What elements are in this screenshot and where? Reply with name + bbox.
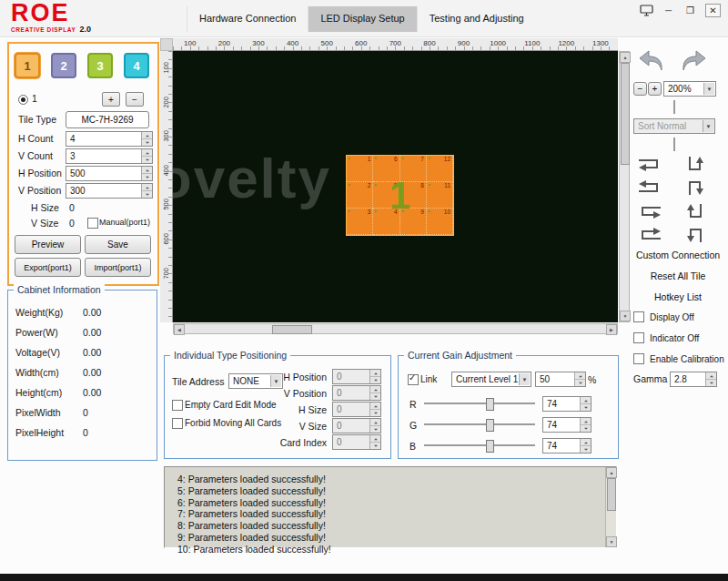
slider-thumb[interactable] <box>486 419 494 432</box>
stepper-arrows[interactable] <box>580 397 591 411</box>
connect-left-serpentine-bottom-icon[interactable] <box>633 226 666 244</box>
connect-right-serpentine-bottom-icon[interactable] <box>633 178 666 197</box>
link-checkbox[interactable] <box>408 374 419 385</box>
stepper-arrows[interactable] <box>141 132 152 146</box>
canvas-vertical-scrollbar[interactable]: ▲ ▼ <box>619 51 630 322</box>
connect-down-serpentine-icon[interactable] <box>679 155 712 173</box>
scroll-down-arrow[interactable]: ▼ <box>606 536 617 547</box>
tile-type-button[interactable]: MC-7H-9269 <box>66 111 149 128</box>
reset-all-tile-link[interactable]: Reset All Tile <box>630 270 726 281</box>
connect-down-serpentine-right-icon[interactable] <box>679 178 712 197</box>
preview-button[interactable]: Preview <box>15 235 81 254</box>
positioning-field-stepper[interactable]: 0 <box>332 418 381 433</box>
undo-arrow-icon[interactable] <box>635 47 668 75</box>
gain-slider[interactable] <box>424 398 535 409</box>
connect-right-serpentine-icon[interactable] <box>633 155 666 173</box>
save-button[interactable]: Save <box>85 235 151 254</box>
stepper-arrows[interactable] <box>369 370 380 383</box>
tile-select-button[interactable]: 2 <box>51 53 76 78</box>
stepper-arrows[interactable] <box>141 167 152 180</box>
v-count-stepper[interactable]: 3 <box>66 148 153 164</box>
tile-select-button[interactable]: 4 <box>124 53 149 78</box>
tile-select-button[interactable]: 3 <box>87 53 113 78</box>
positioning-field-stepper[interactable]: 0 <box>332 402 381 417</box>
stepper-arrows[interactable] <box>574 372 585 386</box>
stepper-arrows[interactable] <box>141 184 152 198</box>
remove-tile-button[interactable]: − <box>126 92 144 107</box>
gain-slider[interactable] <box>424 419 535 430</box>
stepper-arrows[interactable] <box>580 439 591 453</box>
h-position-stepper[interactable]: 500 <box>66 166 153 181</box>
gain-value-stepper[interactable]: 74 <box>542 417 592 433</box>
cabinet-info-row: Power(W) 0.00 <box>8 323 157 343</box>
hotkey-list-link[interactable]: Hotkey List <box>630 291 726 302</box>
redo-arrow-icon[interactable] <box>677 47 710 75</box>
gain-value-stepper[interactable]: 74 <box>542 396 592 412</box>
gamma-stepper[interactable]: 2.8 <box>670 372 717 387</box>
zoom-out-button[interactable]: − <box>633 82 647 96</box>
v-position-stepper[interactable]: 300 <box>66 183 153 199</box>
minimize-icon[interactable]: ─ <box>662 5 675 16</box>
roe-logo: ROE CREATIVE DISPLAY 2.0 <box>11 1 91 34</box>
gain-percent-field[interactable]: 50 <box>535 372 586 387</box>
maximize-icon[interactable]: ❐ <box>683 5 697 16</box>
sort-mode-dropdown[interactable]: Sort Normal <box>633 118 715 134</box>
connect-up-serpentine-right-icon[interactable] <box>679 226 712 244</box>
stepper-arrows[interactable] <box>580 418 591 432</box>
log-scroll-thumb[interactable] <box>607 478 616 511</box>
gain-slider[interactable] <box>424 440 535 451</box>
close-icon[interactable]: ✕ <box>705 4 721 17</box>
manual-port1-checkbox[interactable] <box>87 218 98 229</box>
positioning-field-stepper[interactable]: 0 <box>332 385 381 401</box>
zoom-level-dropdown[interactable]: 200% <box>663 81 716 97</box>
cabinet-info-title: Cabinet Information <box>14 284 105 295</box>
stepper-arrows[interactable] <box>705 372 716 386</box>
scroll-up-arrow[interactable]: ▲ <box>606 467 617 478</box>
canvas-horizontal-scrollbar[interactable]: ◀ ▶ <box>173 323 618 334</box>
h-count-stepper[interactable]: 4 <box>66 131 153 147</box>
nav-tab[interactable]: Testing and Adjusting <box>417 6 536 32</box>
current-level-dropdown[interactable]: Current Level 1 <box>451 372 531 387</box>
empty-card-edit-checkbox[interactable] <box>172 400 183 411</box>
positioning-title: Individual Type Positioning <box>170 350 290 361</box>
connect-left-serpentine-icon[interactable] <box>633 202 666 220</box>
vertical-scroll-thumb[interactable] <box>621 63 630 165</box>
horizontal-scroll-thumb[interactable] <box>272 325 312 334</box>
nav-tab[interactable]: LED Display Setup <box>308 6 416 32</box>
gain-title: Current Gain Adjustment <box>404 350 516 361</box>
add-tile-button[interactable]: + <box>102 92 120 107</box>
nav-tab[interactable]: Hardware Connection <box>187 6 308 32</box>
log-scrollbar[interactable]: ▲ ▼ <box>605 467 616 547</box>
stepper-arrows[interactable] <box>369 435 380 449</box>
cabinet-info-row: Weight(Kg) 0.00 <box>8 303 157 323</box>
cabinet-info-panel: Cabinet Information Weight(Kg) 0.00 Powe… <box>7 290 157 461</box>
custom-connection-link[interactable]: Custom Connection <box>630 250 726 260</box>
toolbar-checkbox[interactable] <box>633 311 644 322</box>
led-tile-1[interactable]: 167122581134910 1 <box>346 155 454 236</box>
stepper-arrows[interactable] <box>141 149 152 163</box>
port-radio[interactable] <box>18 95 28 105</box>
status-log[interactable]: 4: Parameters loaded successfully!5: Par… <box>164 466 617 548</box>
slider-thumb[interactable] <box>486 398 494 411</box>
cabinet-info-row: PixelWidth 0 <box>8 403 157 423</box>
stepper-arrows[interactable] <box>369 403 380 416</box>
scroll-left-arrow[interactable]: ◀ <box>174 324 185 335</box>
stepper-arrows[interactable] <box>369 386 380 400</box>
export-port1-button[interactable]: Export(port1) <box>15 258 81 277</box>
zoom-in-button[interactable]: + <box>648 82 662 96</box>
scroll-right-arrow[interactable]: ▶ <box>606 324 617 335</box>
toolbar-checkbox[interactable] <box>633 353 644 364</box>
display-icon[interactable] <box>640 5 653 16</box>
positioning-field-stepper[interactable]: 0 <box>332 434 381 450</box>
import-port1-button[interactable]: Import(port1) <box>85 258 151 277</box>
forbid-moving-checkbox[interactable] <box>172 418 183 429</box>
positioning-field-stepper[interactable]: 0 <box>332 369 381 384</box>
connect-up-serpentine-icon[interactable] <box>679 202 712 220</box>
gain-value-stepper[interactable]: 74 <box>542 438 592 454</box>
tile-select-button[interactable]: 1 <box>15 53 40 78</box>
slider-thumb[interactable] <box>486 440 494 453</box>
stepper-arrows[interactable] <box>369 419 380 433</box>
led-layout-canvas[interactable]: Novelty 167122581134910 1 <box>173 51 618 322</box>
toolbar-checkbox[interactable] <box>633 332 644 343</box>
ruler-mark: 300 <box>241 38 276 50</box>
